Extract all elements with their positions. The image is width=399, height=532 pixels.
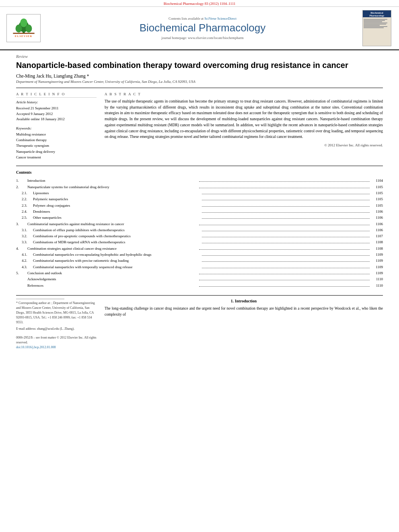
- intro-text: The long-standing challenge in cancer dr…: [105, 306, 383, 317]
- journal-homepage: journal homepage: www.elsevier.com/locat…: [47, 36, 358, 40]
- abstract-header: A B S T R A C T: [105, 92, 383, 96]
- toc-item-3-1: 3.1. Combination of efflux pump inhibito…: [16, 227, 383, 233]
- toc-item-4-1: 4.1. Combinatorial nanoparticles co-enca…: [16, 252, 383, 258]
- section-divider: [16, 166, 383, 166]
- elsevier-logo: ELSEVIER: [6, 14, 43, 42]
- journal-header: ELSEVIER Contents lists available at Sci…: [0, 7, 399, 50]
- email-line: E-mail address: zhang@ucsd.edu (L. Zhang…: [16, 327, 97, 331]
- contents-section: Contents 1. Introduction 1104 2. Nanopar…: [16, 170, 383, 288]
- article-info-col: A R T I C L E I N F O Article history: R…: [16, 92, 97, 160]
- toc-item-2: 2. Nanoparticulate systems for combinato…: [16, 184, 383, 190]
- affiliation: Department of Nanoengineering and Moores…: [16, 80, 383, 84]
- authors-line: Che-Ming Jack Hu, Liangfang Zhang *: [16, 74, 383, 78]
- svg-point-2: [15, 25, 22, 33]
- keywords-list: Multidrug resistance Combination therapy…: [16, 131, 97, 160]
- abstract-col: A B S T R A C T The use of multiple ther…: [105, 92, 383, 160]
- toc-item-3: 3. Combinatorial nanoparticles against m…: [16, 221, 383, 227]
- toc-item-5: 5. Conclusion and outlook 1109: [16, 270, 383, 276]
- toc-item-2-2: 2.2. Polymeric nanoparticles 1105: [16, 196, 383, 202]
- toc-item-2-4: 2.4. Dendrimers 1106: [16, 209, 383, 215]
- article-info-abstract: A R T I C L E I N F O Article history: R…: [16, 88, 383, 160]
- keywords-label: Keywords:: [16, 126, 97, 130]
- journal-title-section: Contents lists available at SciVerse Sci…: [47, 16, 358, 40]
- keyword-2: Combination therapy: [16, 137, 97, 143]
- authors-text: Che-Ming Jack Hu, Liangfang Zhang *: [16, 74, 89, 78]
- star-note: * Corresponding author at: ; Department …: [16, 301, 97, 325]
- toc-item-ref: References 1110: [16, 283, 383, 289]
- article-type-label: Review: [16, 54, 383, 59]
- bottom-section: * Corresponding author at: ; Department …: [16, 295, 383, 350]
- journal-name: Biochemical Pharmacology: [47, 22, 358, 34]
- history-label: Article history:: [16, 100, 97, 104]
- toc-item-4-3: 4.3. Combinatorial nanoparticles with te…: [16, 264, 383, 270]
- toc-item-1: 1. Introduction 1104: [16, 178, 383, 184]
- available-date: Available online 18 January 2012: [16, 117, 97, 122]
- keyword-4: Nanoparticle drug delivery: [16, 149, 97, 154]
- sciverse-anchor[interactable]: SciVerse ScienceDirect: [204, 16, 237, 21]
- article-info-header: A R T I C L E I N F O: [16, 92, 97, 98]
- svg-point-4: [20, 18, 27, 27]
- toc-item-2-3: 2.3. Polymer–drug conjugates 1105: [16, 203, 383, 209]
- svg-point-3: [25, 25, 32, 33]
- sciverse-link: Contents lists available at SciVerse Sci…: [47, 16, 358, 21]
- footnote-divider: [16, 299, 64, 299]
- copyright-line: © 2012 Elsevier Inc. All rights reserved…: [105, 143, 383, 147]
- issn-line: 0006-2952/$ – see front matter © 2012 El…: [16, 335, 97, 350]
- intro-col: 1. Introduction The long-standing challe…: [105, 299, 383, 350]
- toc-item-4: 4. Combination strategies against clinic…: [16, 246, 383, 252]
- svg-rect-5: [13, 33, 34, 34]
- intro-heading: 1. Introduction: [105, 299, 383, 303]
- toc-item-ack: Acknowledgements 1110: [16, 276, 383, 282]
- toc-item-3-3: 3.3. Combinations of MDR-targeted siRNA …: [16, 239, 383, 245]
- accepted-date: Accepted 9 January 2012: [16, 111, 97, 117]
- journal-cover: Biochemical Pharmacology: [362, 10, 393, 46]
- toc-item-2-1: 2.1. Liposomes 1105: [16, 190, 383, 196]
- toc-item-2-5: 2.5. Other nanoparticles 1106: [16, 215, 383, 221]
- doi-line: doi:10.1016/j.bcp.2012.01.008: [16, 345, 97, 350]
- elsevier-wordmark: ELSEVIER: [15, 35, 32, 38]
- keyword-5: Cancer treatment: [16, 154, 97, 160]
- journal-citation: Biochemical Pharmacology 83 (2012) 1104–…: [0, 0, 399, 7]
- keyword-1: Multidrug resistance: [16, 131, 97, 137]
- article-title: Nanoparticle-based combination therapy t…: [16, 60, 383, 70]
- main-content: Review Nanoparticle-based combination th…: [0, 50, 399, 354]
- toc-item-4-2: 4.2. Combinatorial nanoparticles with pr…: [16, 258, 383, 264]
- elsevier-tree-icon: [12, 18, 36, 35]
- received-date: Received 21 September 2011: [16, 106, 97, 111]
- toc-item-3-2: 3.2. Combinations of pro-apoptotic compo…: [16, 233, 383, 239]
- footnote-col: * Corresponding author at: ; Department …: [16, 299, 97, 350]
- cover-title: Biochemical Pharmacology: [368, 10, 386, 17]
- abstract-text: The use of multiple therapeutic agents i…: [105, 99, 383, 140]
- keyword-3: Therapeutic synergism: [16, 143, 97, 148]
- contents-title: Contents: [16, 170, 383, 175]
